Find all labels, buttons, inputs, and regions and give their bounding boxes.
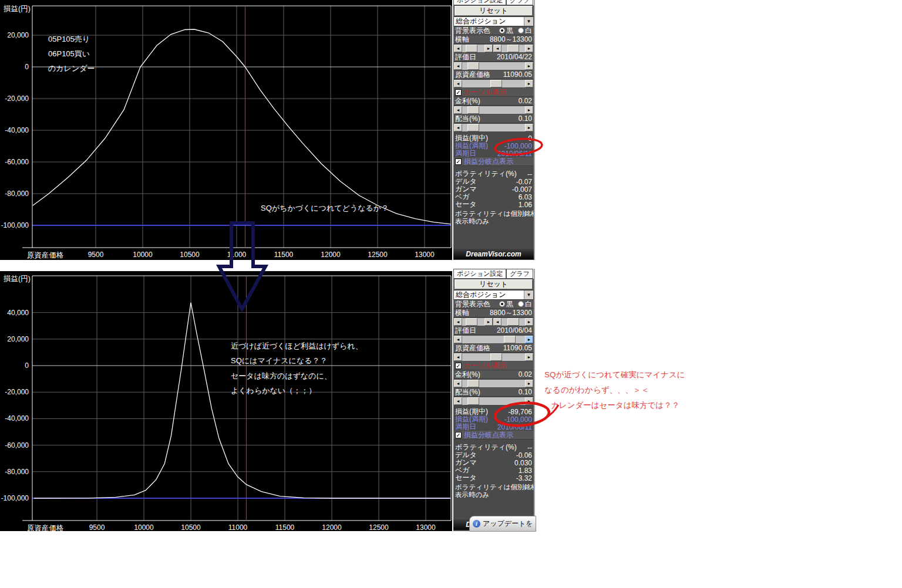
vol-note-line2: 表示時のみ xyxy=(453,491,534,498)
scroll-right-button[interactable]: ► xyxy=(484,318,493,326)
scrollbar-range-min[interactable]: ◄► xyxy=(454,318,493,326)
x-tick-label: 12000 xyxy=(312,251,349,259)
scroll-right-button[interactable]: ► xyxy=(484,45,493,52)
scroll-left-button[interactable]: ◄ xyxy=(454,80,462,87)
radio-black[interactable] xyxy=(499,301,505,307)
y-tick-label: -80,000 xyxy=(0,190,29,198)
reset-button[interactable]: リセット xyxy=(455,6,533,16)
scroll-thumb[interactable] xyxy=(490,353,502,361)
tab-position-settings[interactable]: ポジション設定 xyxy=(453,269,506,279)
scroll-left-button[interactable]: ◄ xyxy=(454,397,462,405)
horizontal-axis-range: 横軸8800～13300 xyxy=(453,35,534,44)
scrollbar[interactable]: ◄► xyxy=(454,336,533,343)
radio-white[interactable] xyxy=(518,301,524,307)
tab-position-settings[interactable]: ポジション設定 xyxy=(453,0,506,5)
scroll-left-button[interactable]: ◄ xyxy=(454,124,462,131)
scrollbar[interactable]: ◄► xyxy=(454,124,533,131)
payoff-chart-near-sq[interactable]: 40,00020,0000-20,000-40,000-60,000-80,00… xyxy=(0,271,452,531)
scrollbar-range-max[interactable]: ◄► xyxy=(493,45,533,52)
tab-graph[interactable]: グラフ xyxy=(506,0,533,5)
reset-button[interactable]: リセット xyxy=(455,279,533,289)
x-tick-label: 12500 xyxy=(360,523,398,532)
scroll-left-button[interactable]: ◄ xyxy=(454,336,462,343)
position-select-value: 総合ポジション xyxy=(454,290,506,300)
scroll-track[interactable] xyxy=(462,336,525,343)
scrollbar[interactable]: ◄► xyxy=(454,80,533,87)
scroll-left-button[interactable]: ◄ xyxy=(454,380,462,387)
theta: セータ1.06 xyxy=(453,201,534,208)
y-axis-label: 損益(円) xyxy=(4,274,31,284)
horizontal-axis-range-value: 8800～13300 xyxy=(490,308,532,318)
scrollbar[interactable]: ◄► xyxy=(454,106,533,114)
scroll-track[interactable] xyxy=(462,318,484,326)
scroll-thumb[interactable] xyxy=(466,45,477,52)
y-tick-label: 0 xyxy=(0,63,29,71)
radio-white[interactable] xyxy=(518,28,524,33)
chart-annotation: SQがちかづくにつれてどうなるか？ xyxy=(261,203,389,214)
breakeven-checkbox[interactable]: ✓ xyxy=(455,158,462,165)
scroll-thumb[interactable] xyxy=(467,62,479,70)
chevron-down-icon[interactable]: ▼ xyxy=(524,17,533,26)
scroll-thumb[interactable] xyxy=(467,397,479,405)
scroll-right-button[interactable]: ► xyxy=(525,45,533,52)
scroll-left-button[interactable]: ◄ xyxy=(454,106,462,114)
scroll-track[interactable] xyxy=(502,45,525,52)
scroll-right-button[interactable]: ► xyxy=(525,353,533,361)
scroll-left-button[interactable]: ◄ xyxy=(454,318,462,326)
scroll-track[interactable] xyxy=(462,106,525,114)
scroll-track[interactable] xyxy=(462,80,525,87)
cursor-display-checkbox[interactable]: ✓ xyxy=(455,363,462,369)
scroll-track[interactable] xyxy=(462,380,525,387)
breakeven-checkbox[interactable]: ✓ xyxy=(455,432,462,438)
scroll-left-button[interactable]: ◄ xyxy=(454,45,462,52)
scroll-right-button[interactable]: ► xyxy=(525,106,533,114)
cursor-display-checkbox[interactable]: ✓ xyxy=(455,89,462,96)
scroll-thumb[interactable] xyxy=(466,318,477,326)
scroll-right-button[interactable]: ► xyxy=(525,80,533,87)
scroll-thumb[interactable] xyxy=(504,336,516,343)
settings-panel-bottom: ポジション設定グラフリセット総合ポジション▼背景表示色黒白横軸8800～1330… xyxy=(453,269,535,531)
scroll-thumb[interactable] xyxy=(467,124,479,131)
scroll-thumb[interactable] xyxy=(507,45,519,52)
scrollbar-range-min[interactable]: ◄► xyxy=(454,45,493,52)
scroll-track[interactable] xyxy=(462,62,525,70)
update-notification-popup[interactable]: i アップデートを xyxy=(469,516,536,532)
scroll-thumb[interactable] xyxy=(490,80,502,87)
radio-black[interactable] xyxy=(499,28,505,33)
scroll-right-button[interactable]: ► xyxy=(525,397,533,405)
scrollbar-range-max[interactable]: ◄► xyxy=(493,318,533,326)
scroll-right-button[interactable]: ► xyxy=(525,62,533,70)
scroll-right-button[interactable]: ► xyxy=(525,124,533,131)
scroll-left-button[interactable]: ◄ xyxy=(454,62,462,70)
position-select[interactable]: 総合ポジション▼ xyxy=(453,290,534,300)
scroll-right-button[interactable]: ► xyxy=(525,380,533,387)
scroll-right-button[interactable]: ► xyxy=(525,336,533,343)
chevron-down-icon[interactable]: ▼ xyxy=(524,290,533,299)
scrollbar[interactable]: ◄► xyxy=(454,62,533,70)
scroll-track[interactable] xyxy=(462,124,525,131)
scrollbar[interactable]: ◄► xyxy=(454,380,533,387)
scroll-left-button[interactable]: ◄ xyxy=(493,45,502,52)
payoff-chart-before-sq[interactable]: 20,0000-20,000-40,000-60,000-80,000-100,… xyxy=(0,0,452,260)
underlying-price-label: 原資産価格 xyxy=(455,343,490,353)
scrollbar[interactable]: ◄► xyxy=(454,397,533,405)
dividend-label: 配当(%) xyxy=(455,114,480,124)
scroll-track[interactable] xyxy=(462,45,484,52)
position-select[interactable]: 総合ポジション▼ xyxy=(453,16,534,26)
scrollbar-row: ◄► xyxy=(453,62,534,70)
scroll-track[interactable] xyxy=(462,353,525,361)
scroll-thumb[interactable] xyxy=(467,106,479,114)
scroll-right-button[interactable]: ► xyxy=(525,318,533,326)
tab-graph[interactable]: グラフ xyxy=(506,269,533,279)
scroll-left-button[interactable]: ◄ xyxy=(454,353,462,361)
y-tick-label: -40,000 xyxy=(0,414,29,423)
scrollbar[interactable]: ◄► xyxy=(454,353,533,361)
scroll-left-button[interactable]: ◄ xyxy=(493,318,502,326)
y-tick-label: -20,000 xyxy=(0,388,29,396)
gamma-value: -0.007 xyxy=(512,185,532,194)
scroll-thumb[interactable] xyxy=(507,318,519,326)
y-tick-label: -20,000 xyxy=(0,94,29,103)
scroll-track[interactable] xyxy=(502,318,525,326)
scroll-thumb[interactable] xyxy=(467,380,479,387)
scroll-track[interactable] xyxy=(462,397,525,405)
